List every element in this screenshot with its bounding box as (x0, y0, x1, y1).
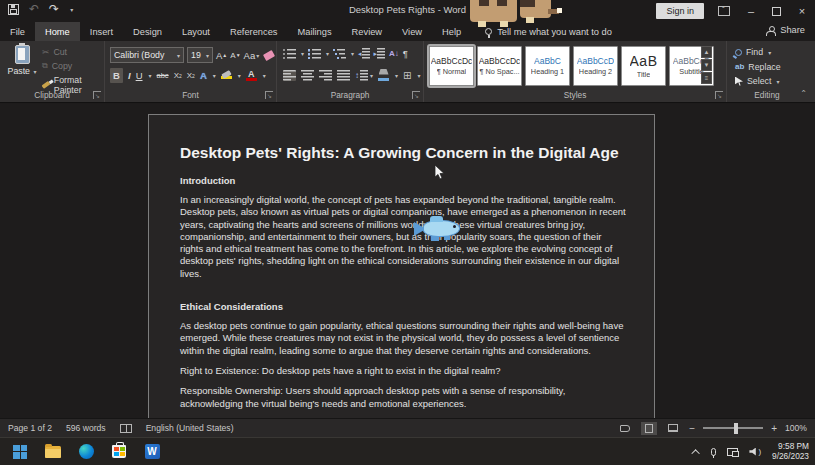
zoom-level[interactable]: 100% (785, 423, 807, 433)
paste-button[interactable]: Paste ▾ (6, 45, 38, 89)
replace-icon: ab (735, 62, 744, 71)
decrease-indent-icon[interactable]: ◂ (358, 48, 370, 59)
styles-scroll-up-icon[interactable]: ▲ (701, 46, 712, 58)
maximize-button[interactable] (772, 7, 781, 16)
font-color-button[interactable]: A (246, 70, 257, 81)
proofing-icon[interactable] (120, 424, 132, 433)
change-case-button[interactable]: Aa▾ (244, 50, 260, 61)
collapse-ribbon-icon[interactable]: ⌃ (800, 89, 807, 98)
justify-icon[interactable] (337, 70, 350, 81)
tab-insert[interactable]: Insert (80, 22, 123, 41)
mouse-cursor (434, 165, 446, 181)
paste-icon (15, 45, 30, 64)
show-hide-pilcrow-icon[interactable]: ¶ (403, 48, 408, 59)
store-button[interactable] (109, 441, 129, 463)
windows-logo-icon (13, 445, 27, 459)
select-button[interactable]: Select▾ (735, 76, 781, 86)
increase-indent-icon[interactable]: ▸ (374, 48, 386, 59)
tab-review[interactable]: Review (342, 22, 392, 41)
style-heading-2[interactable]: AaBbCcDHeading 2 (573, 46, 618, 86)
align-center-icon[interactable] (301, 70, 314, 81)
start-button[interactable] (10, 441, 30, 463)
find-button[interactable]: Find▾ (735, 47, 781, 57)
network-icon[interactable] (727, 448, 738, 456)
copy-button[interactable]: ⧉ Copy (42, 61, 104, 71)
desktop-pet-sprite[interactable] (464, 0, 562, 28)
superscript-button[interactable]: X2 (187, 71, 195, 80)
document-paragraph: As desktop pets continue to gain popular… (180, 320, 627, 357)
underline-dropdown-icon[interactable]: ▾ (149, 72, 152, 79)
subscript-button[interactable]: X2 (174, 71, 182, 80)
align-left-icon[interactable] (283, 70, 296, 81)
web-layout-icon[interactable] (665, 422, 681, 435)
multilevel-list-icon[interactable] (333, 48, 346, 59)
document-section-heading: Introduction (180, 175, 627, 186)
speaker-icon[interactable]: ) (749, 447, 761, 456)
numbering-icon[interactable] (308, 48, 321, 59)
zoom-slider[interactable] (703, 427, 763, 429)
paragraph-group-label: Paragraph (277, 90, 423, 100)
tab-design[interactable]: Design (123, 22, 172, 41)
replace-button[interactable]: ab Replace (735, 62, 781, 72)
tab-view[interactable]: View (392, 22, 432, 41)
styles-more-icon[interactable]: ≡ (701, 72, 712, 84)
document-page[interactable]: Desktop Pets' Rights: A Growing Concern … (148, 114, 655, 418)
shading-icon[interactable] (378, 69, 389, 81)
microphone-icon[interactable] (711, 448, 716, 456)
style--normal[interactable]: AaBbCcDc¶ Normal (429, 46, 474, 86)
word-taskbar-button[interactable]: W (142, 441, 162, 463)
share-button[interactable]: Share (766, 25, 805, 35)
scissors-icon: ✂ (42, 47, 49, 57)
tab-references[interactable]: References (220, 22, 288, 41)
brush-icon (42, 81, 51, 89)
font-dialog-launcher-icon[interactable]: ↘ (265, 91, 273, 99)
tab-file[interactable]: File (0, 22, 35, 41)
ribbon-display-options-icon[interactable] (718, 6, 730, 16)
font-size-combobox[interactable]: 19▾ (187, 47, 213, 63)
fish-pet-sprite[interactable] (414, 216, 470, 243)
sort-icon[interactable]: A↓ (389, 49, 399, 58)
highlight-button[interactable] (221, 72, 232, 79)
edge-button[interactable] (76, 441, 96, 463)
page-indicator[interactable]: Page 1 of 2 (8, 423, 52, 433)
style-heading-1[interactable]: AaBbCHeading 1 (525, 46, 570, 86)
grow-font-button[interactable]: A▲ (216, 50, 227, 61)
zoom-slider-thumb[interactable] (734, 423, 738, 434)
zoom-in-icon[interactable]: + (771, 423, 777, 434)
clipboard-dialog-launcher-icon[interactable]: ↘ (93, 91, 101, 99)
font-name-combobox[interactable]: Calibri (Body▾ (110, 47, 184, 63)
line-spacing-icon[interactable]: ↕▾ (355, 70, 373, 81)
edge-icon (79, 444, 94, 459)
word-count[interactable]: 596 words (66, 423, 106, 433)
shrink-font-button[interactable]: A▼ (230, 51, 240, 60)
paragraph-dialog-launcher-icon[interactable]: ↘ (412, 91, 420, 99)
align-right-icon[interactable] (319, 70, 332, 81)
styles-dialog-launcher-icon[interactable]: ↘ (715, 91, 723, 99)
file-explorer-button[interactable] (43, 441, 63, 463)
tab-layout[interactable]: Layout (172, 22, 220, 41)
zoom-out-icon[interactable]: − (689, 423, 695, 434)
print-layout-icon[interactable] (641, 422, 657, 435)
tell-me-box[interactable]: Tell me what you want to do (485, 27, 612, 37)
style--no-spac-[interactable]: AaBbCcDc¶ No Spac... (477, 46, 522, 86)
style-title[interactable]: AaBTitle (621, 46, 666, 86)
borders-icon[interactable]: ⊞ (403, 70, 411, 81)
close-button[interactable]: × (795, 5, 809, 17)
styles-scroll-down-icon[interactable]: ▼ (701, 59, 712, 71)
bullets-icon[interactable] (283, 48, 296, 59)
cut-button[interactable]: ✂ Cut (42, 47, 104, 57)
text-effects-button[interactable]: A (200, 70, 207, 81)
strikethrough-button[interactable]: abc (157, 71, 169, 80)
italic-button[interactable]: I (128, 70, 131, 81)
language-indicator[interactable]: English (United States) (146, 423, 234, 433)
clear-formatting-icon[interactable] (263, 49, 275, 60)
underline-button[interactable]: U (136, 70, 143, 81)
taskbar-clock[interactable]: 9:58 PM 9/26/2023 (772, 442, 809, 461)
sign-in-button[interactable]: Sign in (656, 3, 704, 19)
bold-button[interactable]: B (110, 68, 123, 83)
tray-chevron-icon[interactable] (692, 449, 700, 457)
minimize-button[interactable]: – (744, 5, 758, 17)
tab-home[interactable]: Home (35, 22, 80, 41)
read-mode-icon[interactable] (617, 422, 633, 435)
tab-mailings[interactable]: Mailings (287, 22, 341, 41)
